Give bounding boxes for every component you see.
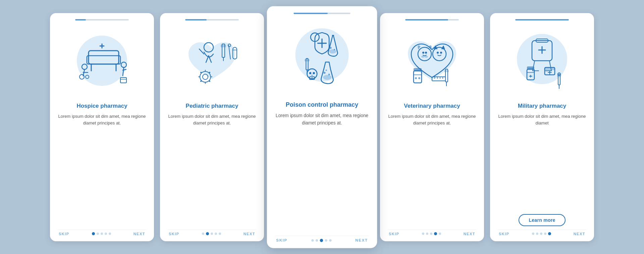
- poison-illustration: [283, 17, 361, 96]
- pediatric-nav: SKIP NEXT: [167, 230, 257, 236]
- poison-dots: [311, 239, 331, 242]
- veterinary-next[interactable]: NEXT: [464, 232, 475, 236]
- card-veterinary: Veterinary pharmacy Lorem ipsum dolor si…: [380, 13, 484, 241]
- military-dots: [532, 232, 551, 235]
- dot-4: [329, 239, 331, 241]
- dot-1: [426, 233, 428, 235]
- pediatric-next[interactable]: NEXT: [244, 232, 255, 236]
- svg-point-35: [209, 72, 210, 73]
- hospice-dots: [92, 232, 111, 235]
- hospice-nav: SKIP NEXT: [57, 230, 147, 236]
- pediatric-body: Lorem ipsum dolor sit dim amet, mea regi…: [167, 113, 257, 226]
- svg-point-81: [517, 34, 567, 84]
- cards-container: Hospice pharmacy Lorem ipsum dolor sit d…: [37, 3, 607, 251]
- dot-1: [536, 233, 538, 235]
- card-hospice: Hospice pharmacy Lorem ipsum dolor sit d…: [50, 13, 154, 241]
- svg-rect-15: [120, 78, 126, 83]
- svg-point-37: [209, 81, 210, 82]
- svg-point-61: [421, 56, 425, 58]
- svg-rect-92: [545, 67, 555, 70]
- svg-point-71: [415, 77, 417, 79]
- dot-2: [430, 233, 432, 235]
- progress-bar-row-3: [275, 12, 369, 14]
- svg-rect-87: [527, 66, 534, 70]
- progress-bar-row-4: [387, 19, 477, 20]
- svg-rect-23: [221, 45, 226, 47]
- hospice-svg: [68, 27, 136, 94]
- progress-fill-4: [405, 19, 448, 20]
- dot-0: [311, 239, 314, 241]
- dot-2: [211, 233, 213, 235]
- dot-3: [325, 239, 327, 241]
- military-illustration: [505, 24, 579, 98]
- military-title: Military pharmacy: [518, 102, 567, 110]
- svg-point-62: [425, 56, 428, 58]
- svg-point-29: [203, 74, 208, 80]
- veterinary-body: Lorem ipsum dolor sit dim amet, mea regi…: [387, 113, 477, 226]
- veterinary-dots: [422, 232, 441, 235]
- svg-point-66: [437, 52, 439, 54]
- hospice-next[interactable]: NEXT: [133, 232, 145, 236]
- veterinary-skip[interactable]: SKIP: [389, 232, 399, 236]
- veterinary-title: Veterinary pharmacy: [404, 102, 460, 110]
- poison-nav: SKIP NEXT: [275, 236, 369, 242]
- svg-point-64: [425, 52, 427, 54]
- dot-0: [202, 233, 204, 235]
- dot-4: [439, 233, 441, 235]
- progress-bar-3: [293, 12, 351, 14]
- dot-3: [434, 232, 437, 235]
- card-military: Military pharmacy Lorem ipsum dolor sit …: [490, 13, 594, 241]
- poison-svg: [286, 21, 358, 92]
- svg-point-34: [200, 72, 202, 73]
- svg-rect-75: [444, 70, 449, 72]
- svg-rect-69: [414, 68, 422, 71]
- pediatric-skip[interactable]: SKIP: [169, 232, 179, 236]
- svg-point-36: [200, 81, 202, 82]
- card-pediatric: Pediatric pharmacy Lorem ipsum dolor sit…: [160, 13, 264, 241]
- pediatric-dots: [202, 232, 221, 235]
- dot-2: [320, 239, 323, 242]
- veterinary-illustration: [395, 24, 469, 98]
- dot-4: [109, 233, 111, 235]
- dot-4: [219, 233, 221, 235]
- military-skip[interactable]: SKIP: [499, 232, 509, 236]
- dot-3: [105, 233, 107, 235]
- progress-bar-row: [57, 19, 147, 20]
- pediatric-title: Pediatric pharmacy: [186, 102, 238, 110]
- hospice-body: Lorem ipsum dolor sit dim amet, mea regi…: [57, 113, 147, 226]
- progress-bar: [75, 19, 129, 20]
- progress-bar-row-2: [167, 19, 257, 20]
- hospice-illustration: [65, 24, 139, 98]
- progress-fill-2: [185, 19, 207, 20]
- progress-bar-5: [515, 19, 569, 20]
- veterinary-svg: [398, 27, 466, 94]
- svg-point-67: [440, 52, 442, 54]
- progress-bar-4: [405, 19, 459, 20]
- military-next[interactable]: NEXT: [574, 232, 585, 236]
- dot-3: [215, 233, 217, 235]
- svg-rect-68: [414, 71, 422, 83]
- hospice-title: Hospice pharmacy: [76, 102, 127, 110]
- dot-1: [97, 233, 99, 235]
- dot-4: [548, 232, 551, 235]
- progress-bar-2: [185, 19, 239, 20]
- hospice-skip[interactable]: SKIP: [59, 232, 69, 236]
- poison-title: Poison control pharmacy: [286, 101, 358, 108]
- poison-body: Lorem ipsum dolor sit dim amet, mea regi…: [275, 112, 369, 232]
- dot-0: [422, 233, 424, 235]
- svg-point-72: [418, 77, 420, 79]
- military-body: Lorem ipsum dolor sit dim amet, mea regi…: [497, 113, 587, 211]
- dot-3: [544, 233, 546, 235]
- svg-point-0: [77, 36, 127, 86]
- pediatric-svg: [178, 27, 246, 94]
- svg-point-38: [296, 28, 349, 82]
- dot-1: [206, 232, 209, 235]
- progress-fill-5: [515, 19, 569, 20]
- dot-1: [316, 239, 318, 241]
- progress-fill-3: [293, 12, 328, 14]
- poison-next[interactable]: NEXT: [355, 238, 368, 242]
- veterinary-nav: SKIP NEXT: [387, 230, 477, 236]
- learn-more-button[interactable]: Learn more: [519, 214, 565, 226]
- poison-skip[interactable]: SKIP: [276, 238, 287, 242]
- progress-fill: [75, 19, 86, 20]
